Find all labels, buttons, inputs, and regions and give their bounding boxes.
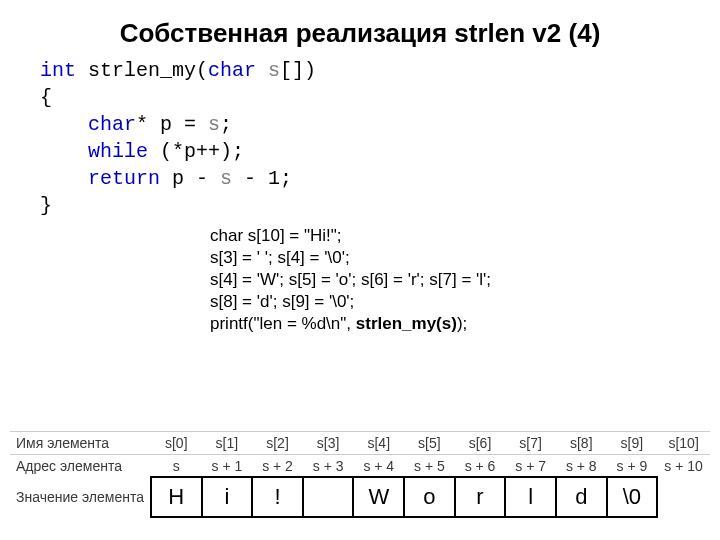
name-cell: s[8] bbox=[556, 432, 607, 455]
addr-cell: s + 4 bbox=[353, 455, 404, 478]
value-cell: o bbox=[404, 477, 455, 517]
value-cell: r bbox=[455, 477, 506, 517]
name-cell: s[7] bbox=[505, 432, 556, 455]
code-indent bbox=[40, 167, 88, 190]
row-addrs: Адрес элемента s s + 1 s + 2 s + 3 s + 4… bbox=[10, 455, 710, 478]
page-title: Собственная реализация strlen v2 (4) bbox=[0, 0, 720, 57]
usage-line: s[4] = 'W'; s[5] = 'o'; s[6] = 'r'; s[7]… bbox=[210, 269, 720, 291]
addr-cell: s + 10 bbox=[657, 455, 710, 478]
code-brace: { bbox=[40, 86, 52, 109]
name-cell: s[5] bbox=[404, 432, 455, 455]
array-table: Имя элемента s[0] s[1] s[2] s[3] s[4] s[… bbox=[10, 431, 710, 518]
value-cell: l bbox=[505, 477, 556, 517]
code-text: []) bbox=[280, 59, 316, 82]
code-var: s bbox=[208, 113, 220, 136]
value-cell: W bbox=[353, 477, 404, 517]
name-cell: s[2] bbox=[252, 432, 303, 455]
code-text: * p = bbox=[136, 113, 208, 136]
name-cell: s[9] bbox=[607, 432, 658, 455]
row-header-name: Имя элемента bbox=[10, 432, 151, 455]
usage-bold: strlen_my(s) bbox=[356, 314, 457, 333]
usage-line: printf("len = %d\n", strlen_my(s)); bbox=[210, 313, 720, 335]
usage-text: printf("len = %d\n", bbox=[210, 314, 356, 333]
name-cell: s[3] bbox=[303, 432, 354, 455]
value-cell: H bbox=[151, 477, 202, 517]
usage-line: s[8] = 'd'; s[9] = '\0'; bbox=[210, 291, 720, 313]
addr-cell: s + 7 bbox=[505, 455, 556, 478]
row-header-value: Значение элемента bbox=[10, 477, 151, 517]
addr-cell: s + 1 bbox=[202, 455, 253, 478]
usage-block: char s[10] = "Hi!"; s[3] = ' '; s[4] = '… bbox=[0, 219, 720, 335]
code-kw-while: while bbox=[88, 140, 148, 163]
code-kw-return: return bbox=[88, 167, 160, 190]
addr-cell: s + 2 bbox=[252, 455, 303, 478]
code-text: (*p++); bbox=[148, 140, 244, 163]
code-indent bbox=[40, 113, 88, 136]
addr-cell: s + 3 bbox=[303, 455, 354, 478]
value-cell: d bbox=[556, 477, 607, 517]
name-cell: s[0] bbox=[151, 432, 202, 455]
addr-cell: s + 8 bbox=[556, 455, 607, 478]
code-text: - 1; bbox=[232, 167, 292, 190]
value-cell bbox=[303, 477, 354, 517]
value-cell: ! bbox=[252, 477, 303, 517]
name-cell: s[4] bbox=[353, 432, 404, 455]
code-brace: } bbox=[40, 194, 52, 217]
code-text: ; bbox=[220, 113, 232, 136]
code-text: p - bbox=[160, 167, 220, 190]
addr-cell: s + 5 bbox=[404, 455, 455, 478]
code-kw-int: int bbox=[40, 59, 76, 82]
row-names: Имя элемента s[0] s[1] s[2] s[3] s[4] s[… bbox=[10, 432, 710, 455]
value-cell: i bbox=[202, 477, 253, 517]
usage-text: ); bbox=[457, 314, 467, 333]
row-values: Значение элемента H i ! W o r l d \0 bbox=[10, 477, 710, 517]
name-cell: s[10] bbox=[657, 432, 710, 455]
code-indent bbox=[40, 140, 88, 163]
code-param: s bbox=[256, 59, 280, 82]
addr-cell: s bbox=[151, 455, 202, 478]
usage-line: char s[10] = "Hi!"; bbox=[210, 225, 720, 247]
name-cell: s[6] bbox=[455, 432, 506, 455]
code-var: s bbox=[220, 167, 232, 190]
usage-line: s[3] = ' '; s[4] = '\0'; bbox=[210, 247, 720, 269]
row-header-addr: Адрес элемента bbox=[10, 455, 151, 478]
name-cell: s[1] bbox=[202, 432, 253, 455]
code-kw-char: char bbox=[88, 113, 136, 136]
code-block: int strlen_my(char s[]) { char* p = s; w… bbox=[0, 57, 720, 219]
value-cell: \0 bbox=[607, 477, 658, 517]
code-kw-char: char bbox=[208, 59, 256, 82]
code-text: strlen_my( bbox=[76, 59, 208, 82]
addr-cell: s + 9 bbox=[607, 455, 658, 478]
addr-cell: s + 6 bbox=[455, 455, 506, 478]
value-cell-empty bbox=[657, 477, 710, 517]
